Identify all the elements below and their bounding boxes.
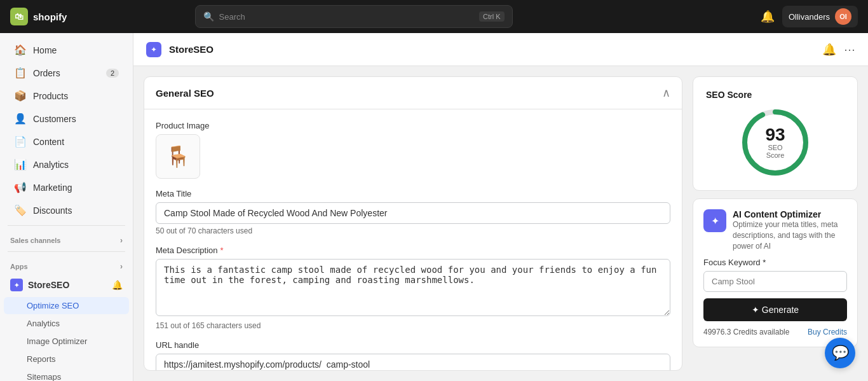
general-seo-title: General SEO [156, 88, 214, 99]
chevron-right-icon-2: › [120, 262, 123, 271]
chevron-right-icon: › [120, 236, 123, 245]
user-name: Ollivanders [789, 12, 830, 22]
meta-description-section: Meta Description * This is a fantastic c… [156, 246, 670, 330]
sidebar-sub-analytics[interactable]: Analytics [4, 315, 129, 332]
ai-focus-keyword-input[interactable] [703, 271, 847, 292]
sidebar-item-content[interactable]: 📄 Content [4, 130, 129, 153]
chat-icon: 💬 [832, 345, 849, 361]
app-header-title: StoreSEO [169, 44, 214, 55]
meta-title-label: Meta Title [156, 189, 670, 198]
credits-available: 49976.3 Credits available [703, 328, 789, 336]
storeseo-header[interactable]: ✦ StoreSEO 🔔 [0, 274, 133, 296]
left-panel: General SEO ∧ Product Image 🪑 [144, 76, 682, 371]
seo-score-circle: 93 SEO Score [740, 107, 810, 177]
meta-title-char-count: 50 out of 70 characters used [156, 226, 670, 235]
product-image: 🪑 [156, 134, 200, 179]
score-number-group: 93 SEO Score [758, 126, 793, 159]
product-image-section: Product Image 🪑 [156, 121, 670, 179]
sidebar-item-analytics[interactable]: 📊 Analytics [4, 153, 129, 176]
products-icon: 📦 [14, 90, 27, 102]
storeseo-bell-icon[interactable]: 🔔 [112, 280, 123, 290]
seo-score-card: SEO Score 93 SEO Score [693, 76, 858, 191]
apps-section[interactable]: Apps › [0, 256, 133, 274]
score-value: 93 [758, 126, 793, 144]
avatar: OI [835, 8, 851, 25]
buy-credits-link[interactable]: Buy Credits [808, 328, 847, 336]
content-area: ✦ StoreSEO 🔔 ⋯ General SEO ∧ [133, 33, 868, 381]
meta-description-input[interactable]: This is a fantastic camp stool made of r… [156, 259, 670, 316]
sidebar-item-marketing[interactable]: 📢 Marketing [4, 176, 129, 198]
chat-bubble-button[interactable]: 💬 [825, 338, 855, 368]
sidebar-sub-sitemaps[interactable]: Sitemaps [4, 368, 129, 381]
main-layout: 🏠 Home 📋 Orders 2 📦 Products 👤 Customers… [0, 33, 868, 381]
sidebar-divider-2 [8, 251, 125, 252]
url-handle-input[interactable] [156, 354, 670, 371]
ai-optimizer-title: AI Content Optimizer [733, 209, 847, 219]
app-header-right: 🔔 ⋯ [822, 43, 855, 57]
generate-button[interactable]: ✦ Generate [703, 298, 847, 321]
sidebar-item-home[interactable]: 🏠 Home [4, 39, 129, 61]
url-handle-label: URL handle [156, 340, 670, 350]
home-icon: 🏠 [14, 44, 27, 56]
seo-card-body: Product Image 🪑 Meta Title 50 out of 70 … [144, 109, 682, 371]
sidebar-item-customers[interactable]: 👤 Customers [4, 107, 129, 130]
ai-focus-keyword-label: Focus Keyword * [703, 258, 847, 267]
app-header: ✦ StoreSEO 🔔 ⋯ [133, 33, 868, 66]
top-navigation: 🛍 shopify 🔍 Search Ctrl K 🔔 Ollivanders … [0, 0, 868, 33]
sidebar-divider-1 [8, 225, 125, 226]
seo-score-title: SEO Score [706, 90, 752, 100]
shopify-bag-icon: 🛍 [10, 8, 28, 25]
user-menu[interactable]: Ollivanders OI [782, 6, 858, 27]
app-header-logo: ✦ [146, 42, 161, 57]
product-image-label: Product Image [156, 121, 670, 130]
meta-title-section: Meta Title 50 out of 70 characters used [156, 189, 670, 235]
right-panel: SEO Score 93 SEO Score [693, 76, 858, 371]
customers-icon: 👤 [14, 113, 27, 125]
meta-description-label: Meta Description * [156, 246, 670, 255]
sidebar-sub-optimize-seo[interactable]: Optimize SEO [4, 297, 129, 314]
sidebar-item-orders[interactable]: 📋 Orders 2 [4, 62, 129, 84]
shopify-logo[interactable]: 🛍 shopify [10, 8, 67, 25]
collapse-icon[interactable]: ∧ [662, 86, 670, 100]
score-label: SEO Score [758, 144, 793, 159]
header-more-icon[interactable]: ⋯ [844, 43, 855, 57]
header-bell-icon[interactable]: 🔔 [822, 43, 836, 57]
ai-optimizer-text: AI Content Optimizer Optimize your meta … [733, 209, 847, 251]
orders-icon: 📋 [14, 67, 27, 79]
sidebar-item-discounts[interactable]: 🏷️ Discounts [4, 199, 129, 221]
seo-card-header: General SEO ∧ [144, 77, 682, 109]
general-seo-card: General SEO ∧ Product Image 🪑 [144, 76, 682, 371]
camp-stool-image: 🪑 [165, 144, 191, 169]
ai-optimizer-header: ✦ AI Content Optimizer Optimize your met… [703, 209, 847, 251]
main-scroll-area: General SEO ∧ Product Image 🪑 [133, 66, 868, 381]
meta-title-input[interactable] [156, 202, 670, 224]
orders-badge: 2 [106, 69, 119, 78]
search-icon: 🔍 [203, 11, 214, 22]
ai-optimizer-icon: ✦ [703, 209, 726, 232]
sidebar: 🏠 Home 📋 Orders 2 📦 Products 👤 Customers… [0, 33, 133, 381]
ai-optimizer-description: Optimize your meta titles, meta descript… [733, 219, 847, 251]
discounts-icon: 🏷️ [14, 204, 27, 216]
storeseo-icon: ✦ [10, 279, 23, 291]
required-star-desc: * [220, 246, 224, 255]
search-shortcut: Ctrl K [479, 11, 505, 22]
sidebar-item-products[interactable]: 📦 Products [4, 85, 129, 107]
meta-description-char-count: 151 out of 165 characters used [156, 321, 670, 330]
analytics-icon: 📊 [14, 158, 27, 170]
search-bar[interactable]: 🔍 Search Ctrl K [195, 5, 513, 28]
sidebar-sub-reports[interactable]: Reports [4, 350, 129, 368]
url-handle-section: URL handle [156, 340, 670, 371]
marketing-icon: 📢 [14, 181, 27, 193]
notification-icon[interactable]: 🔔 [761, 10, 775, 24]
sales-channels-section[interactable]: Sales channels › [0, 230, 133, 247]
sidebar-sub-image-optimizer[interactable]: Image Optimizer [4, 333, 129, 350]
top-nav-right: 🔔 Ollivanders OI [761, 6, 858, 27]
content-icon: 📄 [14, 135, 27, 148]
credits-row: 49976.3 Credits available Buy Credits [703, 328, 847, 336]
ai-optimizer-card: ✦ AI Content Optimizer Optimize your met… [693, 198, 858, 347]
